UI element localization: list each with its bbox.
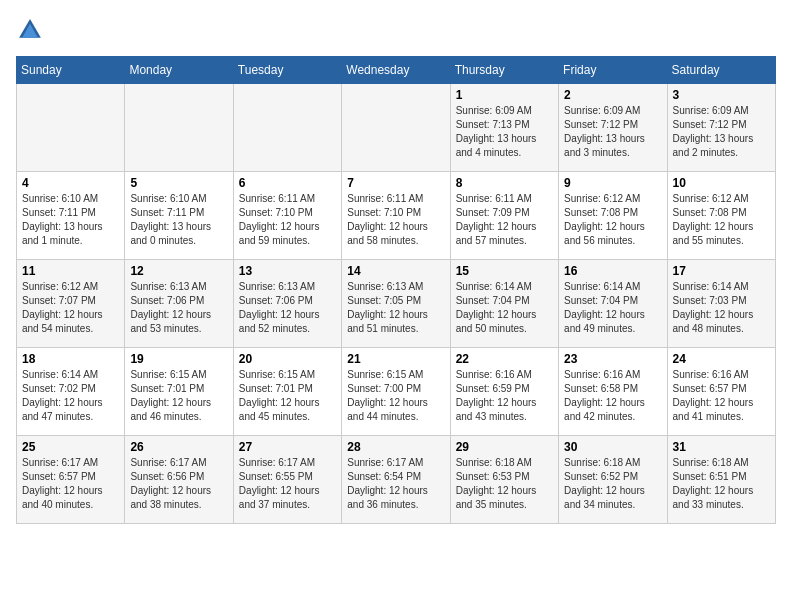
day-cell: 22Sunrise: 6:16 AM Sunset: 6:59 PM Dayli… — [450, 348, 558, 436]
day-cell: 13Sunrise: 6:13 AM Sunset: 7:06 PM Dayli… — [233, 260, 341, 348]
day-info: Sunrise: 6:11 AM Sunset: 7:10 PM Dayligh… — [347, 192, 444, 248]
day-info: Sunrise: 6:14 AM Sunset: 7:04 PM Dayligh… — [564, 280, 661, 336]
day-cell: 11Sunrise: 6:12 AM Sunset: 7:07 PM Dayli… — [17, 260, 125, 348]
day-cell: 3Sunrise: 6:09 AM Sunset: 7:12 PM Daylig… — [667, 84, 775, 172]
header-cell-sunday: Sunday — [17, 57, 125, 84]
day-number: 25 — [22, 440, 119, 454]
day-number: 29 — [456, 440, 553, 454]
day-cell: 10Sunrise: 6:12 AM Sunset: 7:08 PM Dayli… — [667, 172, 775, 260]
day-number: 11 — [22, 264, 119, 278]
logo — [16, 16, 48, 44]
day-info: Sunrise: 6:12 AM Sunset: 7:07 PM Dayligh… — [22, 280, 119, 336]
week-row-1: 1Sunrise: 6:09 AM Sunset: 7:13 PM Daylig… — [17, 84, 776, 172]
day-info: Sunrise: 6:11 AM Sunset: 7:10 PM Dayligh… — [239, 192, 336, 248]
day-cell: 7Sunrise: 6:11 AM Sunset: 7:10 PM Daylig… — [342, 172, 450, 260]
day-info: Sunrise: 6:16 AM Sunset: 6:59 PM Dayligh… — [456, 368, 553, 424]
week-row-3: 11Sunrise: 6:12 AM Sunset: 7:07 PM Dayli… — [17, 260, 776, 348]
day-info: Sunrise: 6:17 AM Sunset: 6:55 PM Dayligh… — [239, 456, 336, 512]
day-info: Sunrise: 6:17 AM Sunset: 6:57 PM Dayligh… — [22, 456, 119, 512]
day-number: 9 — [564, 176, 661, 190]
calendar-table: SundayMondayTuesdayWednesdayThursdayFrid… — [16, 56, 776, 524]
day-info: Sunrise: 6:09 AM Sunset: 7:13 PM Dayligh… — [456, 104, 553, 160]
day-cell — [17, 84, 125, 172]
day-cell: 20Sunrise: 6:15 AM Sunset: 7:01 PM Dayli… — [233, 348, 341, 436]
day-cell: 19Sunrise: 6:15 AM Sunset: 7:01 PM Dayli… — [125, 348, 233, 436]
day-info: Sunrise: 6:09 AM Sunset: 7:12 PM Dayligh… — [673, 104, 770, 160]
day-number: 15 — [456, 264, 553, 278]
day-cell: 15Sunrise: 6:14 AM Sunset: 7:04 PM Dayli… — [450, 260, 558, 348]
day-info: Sunrise: 6:17 AM Sunset: 6:54 PM Dayligh… — [347, 456, 444, 512]
day-cell: 23Sunrise: 6:16 AM Sunset: 6:58 PM Dayli… — [559, 348, 667, 436]
header-cell-monday: Monday — [125, 57, 233, 84]
day-number: 13 — [239, 264, 336, 278]
day-cell: 1Sunrise: 6:09 AM Sunset: 7:13 PM Daylig… — [450, 84, 558, 172]
day-cell: 24Sunrise: 6:16 AM Sunset: 6:57 PM Dayli… — [667, 348, 775, 436]
day-cell — [125, 84, 233, 172]
day-cell: 26Sunrise: 6:17 AM Sunset: 6:56 PM Dayli… — [125, 436, 233, 524]
day-info: Sunrise: 6:10 AM Sunset: 7:11 PM Dayligh… — [22, 192, 119, 248]
day-cell: 8Sunrise: 6:11 AM Sunset: 7:09 PM Daylig… — [450, 172, 558, 260]
day-number: 26 — [130, 440, 227, 454]
day-number: 28 — [347, 440, 444, 454]
day-number: 24 — [673, 352, 770, 366]
header-cell-saturday: Saturday — [667, 57, 775, 84]
week-row-5: 25Sunrise: 6:17 AM Sunset: 6:57 PM Dayli… — [17, 436, 776, 524]
day-number: 6 — [239, 176, 336, 190]
day-info: Sunrise: 6:15 AM Sunset: 7:01 PM Dayligh… — [130, 368, 227, 424]
day-info: Sunrise: 6:13 AM Sunset: 7:06 PM Dayligh… — [130, 280, 227, 336]
header-cell-wednesday: Wednesday — [342, 57, 450, 84]
week-row-2: 4Sunrise: 6:10 AM Sunset: 7:11 PM Daylig… — [17, 172, 776, 260]
day-number: 16 — [564, 264, 661, 278]
day-cell: 12Sunrise: 6:13 AM Sunset: 7:06 PM Dayli… — [125, 260, 233, 348]
day-number: 30 — [564, 440, 661, 454]
day-info: Sunrise: 6:12 AM Sunset: 7:08 PM Dayligh… — [673, 192, 770, 248]
day-info: Sunrise: 6:16 AM Sunset: 6:57 PM Dayligh… — [673, 368, 770, 424]
day-number: 17 — [673, 264, 770, 278]
day-cell: 21Sunrise: 6:15 AM Sunset: 7:00 PM Dayli… — [342, 348, 450, 436]
week-row-4: 18Sunrise: 6:14 AM Sunset: 7:02 PM Dayli… — [17, 348, 776, 436]
day-info: Sunrise: 6:16 AM Sunset: 6:58 PM Dayligh… — [564, 368, 661, 424]
day-number: 14 — [347, 264, 444, 278]
header-cell-tuesday: Tuesday — [233, 57, 341, 84]
day-cell: 9Sunrise: 6:12 AM Sunset: 7:08 PM Daylig… — [559, 172, 667, 260]
day-number: 2 — [564, 88, 661, 102]
day-number: 19 — [130, 352, 227, 366]
day-cell — [233, 84, 341, 172]
day-cell: 16Sunrise: 6:14 AM Sunset: 7:04 PM Dayli… — [559, 260, 667, 348]
day-number: 10 — [673, 176, 770, 190]
day-cell: 28Sunrise: 6:17 AM Sunset: 6:54 PM Dayli… — [342, 436, 450, 524]
day-cell: 5Sunrise: 6:10 AM Sunset: 7:11 PM Daylig… — [125, 172, 233, 260]
day-info: Sunrise: 6:14 AM Sunset: 7:04 PM Dayligh… — [456, 280, 553, 336]
day-number: 7 — [347, 176, 444, 190]
header-row: SundayMondayTuesdayWednesdayThursdayFrid… — [17, 57, 776, 84]
header-cell-thursday: Thursday — [450, 57, 558, 84]
page-header — [16, 16, 776, 44]
day-number: 12 — [130, 264, 227, 278]
day-cell: 17Sunrise: 6:14 AM Sunset: 7:03 PM Dayli… — [667, 260, 775, 348]
day-info: Sunrise: 6:09 AM Sunset: 7:12 PM Dayligh… — [564, 104, 661, 160]
day-number: 31 — [673, 440, 770, 454]
day-cell: 31Sunrise: 6:18 AM Sunset: 6:51 PM Dayli… — [667, 436, 775, 524]
day-cell — [342, 84, 450, 172]
day-number: 5 — [130, 176, 227, 190]
day-cell: 25Sunrise: 6:17 AM Sunset: 6:57 PM Dayli… — [17, 436, 125, 524]
day-info: Sunrise: 6:11 AM Sunset: 7:09 PM Dayligh… — [456, 192, 553, 248]
day-number: 1 — [456, 88, 553, 102]
day-info: Sunrise: 6:18 AM Sunset: 6:51 PM Dayligh… — [673, 456, 770, 512]
day-cell: 27Sunrise: 6:17 AM Sunset: 6:55 PM Dayli… — [233, 436, 341, 524]
day-info: Sunrise: 6:18 AM Sunset: 6:53 PM Dayligh… — [456, 456, 553, 512]
day-info: Sunrise: 6:15 AM Sunset: 7:01 PM Dayligh… — [239, 368, 336, 424]
day-cell: 14Sunrise: 6:13 AM Sunset: 7:05 PM Dayli… — [342, 260, 450, 348]
day-cell: 4Sunrise: 6:10 AM Sunset: 7:11 PM Daylig… — [17, 172, 125, 260]
day-info: Sunrise: 6:17 AM Sunset: 6:56 PM Dayligh… — [130, 456, 227, 512]
day-number: 18 — [22, 352, 119, 366]
day-number: 3 — [673, 88, 770, 102]
day-cell: 18Sunrise: 6:14 AM Sunset: 7:02 PM Dayli… — [17, 348, 125, 436]
day-number: 23 — [564, 352, 661, 366]
day-cell: 30Sunrise: 6:18 AM Sunset: 6:52 PM Dayli… — [559, 436, 667, 524]
day-cell: 2Sunrise: 6:09 AM Sunset: 7:12 PM Daylig… — [559, 84, 667, 172]
day-info: Sunrise: 6:12 AM Sunset: 7:08 PM Dayligh… — [564, 192, 661, 248]
day-number: 8 — [456, 176, 553, 190]
day-cell: 29Sunrise: 6:18 AM Sunset: 6:53 PM Dayli… — [450, 436, 558, 524]
logo-icon — [16, 16, 44, 44]
